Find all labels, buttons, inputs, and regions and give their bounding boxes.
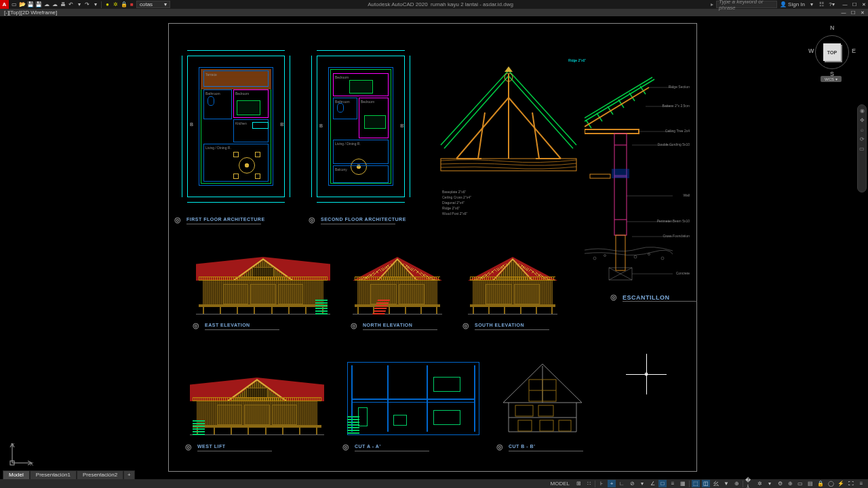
first-floor-plan: Terrace Bedroom Kitchen Bathroom Living …	[199, 67, 273, 186]
svg-rect-16	[590, 174, 610, 178]
help-icon[interactable]: ?▾	[828, 1, 835, 8]
title-escantillon: ESCANTILLON	[623, 294, 670, 301]
web-open-icon[interactable]: ☁	[43, 1, 50, 8]
isodraft-icon[interactable]: ▾	[638, 480, 646, 487]
saveas-icon[interactable]: 💾	[35, 1, 42, 8]
3d-osnap-icon[interactable]: ◫	[702, 480, 710, 487]
quick-access-toolbar: ▭ 📂 💾 💾 ☁ ☁ 🖶 ↶ ▾ ↷ ▾ ● ✲ 🔒 ■ cotas▾	[10, 1, 170, 8]
truss-note-diag: Diagonal 2"x4"	[442, 201, 465, 205]
clean-screen-icon[interactable]: ⛶	[847, 480, 855, 487]
undo-dd-icon[interactable]: ▾	[75, 1, 83, 8]
navigation-bar[interactable]: ◉ ✥ ⌕ ⟳ ▭	[857, 104, 867, 192]
detail-note-3: Ceiling Tree 2x4	[665, 129, 690, 133]
social-icon[interactable]: ☷	[818, 1, 825, 8]
transparency-icon[interactable]: ▦	[679, 480, 687, 487]
search-placeholder: Type a keyword or phrase	[719, 0, 774, 11]
nav-zoom-icon[interactable]: ⌕	[859, 127, 865, 134]
grid-toggle-icon[interactable]: ⊞	[574, 480, 583, 487]
nav-pan-icon[interactable]: ✥	[859, 117, 865, 124]
view-cube[interactable]: N S W E TOP WCS ▾	[808, 23, 856, 84]
section-cut-a	[347, 362, 479, 435]
truss-note-ridge: Ridge 2"x6"	[442, 206, 460, 210]
redo-icon[interactable]: ↷	[83, 1, 91, 8]
save-icon[interactable]: 💾	[26, 1, 34, 8]
lock-ui-icon[interactable]: 🔒	[816, 480, 825, 487]
customize-icon[interactable]: ≡	[857, 480, 865, 487]
title-second-floor: SECOND FLOOR ARCHITECTURE	[321, 217, 406, 222]
status-space-label[interactable]: MODEL	[551, 481, 570, 487]
search-input[interactable]: Type a keyword or phrase	[716, 1, 777, 8]
polar-toggle-icon[interactable]: ⊘	[628, 480, 636, 487]
plot-icon[interactable]: 🖶	[59, 1, 66, 8]
sign-in-label: Sign In	[788, 1, 805, 7]
web-save-icon[interactable]: ☁	[51, 1, 58, 8]
wall-section-detail: Ridge Section Battens 2"x 2.5cm Ceiling …	[585, 67, 686, 284]
selection-filter-icon[interactable]: ▼	[722, 480, 730, 487]
lineweight-icon[interactable]: ≡	[669, 480, 677, 487]
gizmo-icon[interactable]: ⊕	[732, 480, 741, 487]
tab-add-layout[interactable]: +	[123, 470, 135, 479]
viewcube-n[interactable]: N	[830, 24, 835, 31]
viewcube-e[interactable]: E	[852, 47, 856, 54]
app-exchange-icon[interactable]: ▾	[808, 1, 815, 8]
minimize-button[interactable]: —	[841, 1, 849, 8]
tab-model[interactable]: Model	[3, 470, 30, 479]
undo-icon[interactable]: ↶	[67, 1, 75, 8]
detail-note-6: Perimeter Beam 5x10	[657, 219, 690, 223]
svg-rect-38	[515, 405, 533, 416]
section-mark-b2: B	[319, 123, 323, 128]
quick-properties-icon[interactable]: ▤	[806, 480, 814, 487]
workspace-switch-icon[interactable]: ⚙	[776, 480, 784, 487]
nav-wheel-icon[interactable]: ◉	[859, 108, 865, 115]
osnap-tracking-icon[interactable]: ∠	[648, 480, 656, 487]
search-trigger-icon[interactable]: ▸	[711, 1, 713, 7]
detail-note-8: Concrete	[676, 271, 690, 275]
infer-constraints-icon[interactable]: ⊦	[597, 480, 606, 487]
doc-close-button[interactable]: ✕	[859, 9, 867, 16]
app-menu-icon[interactable]: A	[0, 0, 9, 9]
annotation-visibility-icon[interactable]: ✲	[755, 480, 764, 487]
open-icon[interactable]: 📂	[18, 1, 26, 8]
title-west: WEST LIFT	[197, 444, 225, 449]
dyn-ucs-icon[interactable]: ⼳	[712, 480, 720, 487]
tab-layout2[interactable]: Presentación2	[77, 470, 123, 479]
section-mark-bp2: B'	[400, 123, 405, 128]
annotation-scale-icon[interactable]: �人	[745, 480, 753, 487]
selection-cycling-icon[interactable]: ⬚	[692, 480, 700, 487]
status-bar: MODEL ⊞ ∷ ⊦ + ∟ ⊘ ▾ ∠ □ ≡ ▦ ⬚ ◫ ⼳ ▼ ⊕ �人…	[0, 479, 868, 488]
svg-point-21	[648, 253, 650, 256]
layer-dropdown[interactable]: cotas▾	[136, 1, 170, 8]
nav-orbit-icon[interactable]: ⟳	[859, 136, 865, 143]
sign-in-button[interactable]: 👤 Sign In	[780, 1, 805, 7]
layer-lock-icon[interactable]: 🔒	[120, 1, 127, 8]
layer-off-icon[interactable]: ●	[104, 1, 111, 8]
viewcube-wcs-dropdown[interactable]: WCS ▾	[821, 76, 842, 82]
tab-layout1[interactable]: Presentación1	[30, 470, 77, 479]
annotation-monitor-icon[interactable]: ⊕	[786, 480, 794, 487]
ortho-toggle-icon[interactable]: ∟	[618, 480, 626, 487]
annotation-autoscale-icon[interactable]: ▾	[766, 480, 774, 487]
maximize-button[interactable]: ☐	[850, 1, 859, 8]
viewport-controls[interactable]: [-][Top][2D Wireframe]	[0, 9, 61, 16]
svg-line-4	[532, 113, 539, 159]
new-icon[interactable]: ▭	[10, 1, 18, 8]
units-icon[interactable]: ▭	[796, 480, 804, 487]
snap-toggle-icon[interactable]: ∷	[585, 480, 593, 487]
layer-freeze-icon[interactable]: ✲	[112, 1, 119, 8]
dynamic-input-icon[interactable]: +	[608, 480, 616, 487]
viewcube-w[interactable]: W	[808, 47, 814, 54]
section-mark-b: B	[190, 122, 193, 127]
hardware-accel-icon[interactable]: ⚡	[837, 480, 845, 487]
redo-dd-icon[interactable]: ▾	[92, 1, 99, 8]
ucs-icon[interactable]: Y X	[9, 441, 34, 467]
drawing-area[interactable]: Terrace Bedroom Kitchen Bathroom Living …	[0, 16, 868, 479]
layout-tabs: Model Presentación1 Presentación2 +	[3, 470, 135, 479]
layer-color-icon[interactable]: ■	[128, 1, 136, 8]
isolate-objects-icon[interactable]: ◯	[827, 480, 835, 487]
nav-showmotion-icon[interactable]: ▭	[859, 146, 865, 152]
doc-maximize-button[interactable]: ☐	[849, 9, 857, 16]
viewcube-face[interactable]: TOP	[823, 43, 841, 61]
close-button[interactable]: ✕	[860, 1, 868, 8]
osnap-2d-icon[interactable]: □	[658, 480, 667, 487]
doc-minimize-button[interactable]: —	[840, 9, 848, 16]
